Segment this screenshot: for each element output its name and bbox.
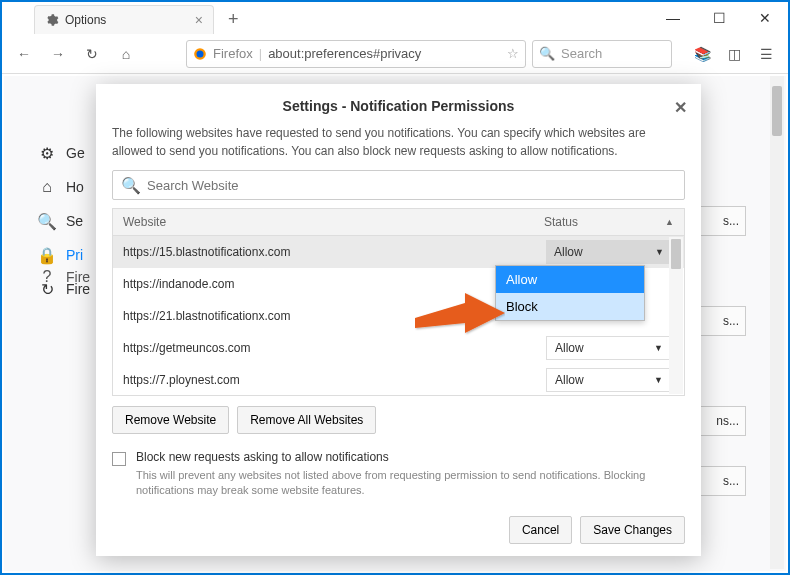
maximize-button[interactable]: ☐ — [696, 2, 742, 34]
home-icon: ⌂ — [38, 178, 56, 196]
nav-toolbar: ← → ↻ ⌂ Firefox | about:preferences#priv… — [2, 34, 788, 74]
background-buttons: s... s... ns... s... — [696, 206, 746, 496]
sidebar-item-label: Se — [66, 213, 83, 229]
caret-down-icon: ▼ — [654, 343, 663, 353]
block-help-text: This will prevent any websites not liste… — [136, 468, 656, 499]
new-tab-button[interactable]: + — [220, 5, 247, 34]
table-scrollbar[interactable] — [669, 237, 683, 394]
dialog-body: The following websites have requested to… — [96, 124, 701, 504]
table-row[interactable]: https://getmeuncos.com Allow▼ — [113, 332, 684, 364]
search-bar[interactable]: 🔍 Search — [532, 40, 672, 68]
remove-website-button[interactable]: Remove Website — [112, 406, 229, 434]
search-website-field[interactable]: 🔍 — [112, 170, 685, 200]
sidebar-item-label: Ho — [66, 179, 84, 195]
titlebar: Options × + — ☐ ✕ — [2, 2, 788, 34]
scrollbar-thumb[interactable] — [772, 86, 782, 136]
dialog-header: Settings - Notification Permissions ✕ — [96, 84, 701, 124]
library-button[interactable]: 📚 — [688, 40, 716, 68]
table-actions: Remove Website Remove All Websites — [112, 406, 685, 434]
gear-icon: ⚙ — [38, 144, 56, 162]
table-row[interactable]: https://15.blastnotificationx.com Allow▼ — [113, 236, 684, 268]
block-checkbox[interactable] — [112, 452, 126, 466]
block-checkbox-label: Block new requests asking to allow notif… — [136, 450, 656, 464]
sidebar-item-label: Ge — [66, 145, 85, 161]
tab-close-icon[interactable]: × — [195, 12, 203, 28]
website-cell: https://21.blastnotificationx.com — [113, 309, 534, 323]
bookmark-star-icon[interactable]: ☆ — [507, 46, 519, 61]
identity-label: Firefox — [213, 46, 253, 61]
menu-button[interactable]: ☰ — [752, 40, 780, 68]
sort-indicator-icon: ▲ — [665, 217, 674, 227]
dropdown-option-block[interactable]: Block — [496, 293, 644, 320]
sidebar-help-label: Fire — [66, 269, 90, 285]
table-body: https://15.blastnotificationx.com Allow▼… — [112, 236, 685, 396]
column-website[interactable]: Website — [113, 215, 534, 229]
help-icon: ? — [38, 268, 56, 286]
gear-icon — [45, 13, 59, 27]
sidebar-item-label: Pri — [66, 247, 83, 263]
sidebar-button[interactable]: ◫ — [720, 40, 748, 68]
svg-point-1 — [197, 50, 204, 57]
status-select[interactable]: Allow▼ — [546, 336, 672, 360]
minimize-button[interactable]: — — [650, 2, 696, 34]
table-row[interactable]: https://7.ploynest.com Allow▼ — [113, 364, 684, 396]
tab-strip: Options × + — [34, 2, 247, 34]
window-close-button[interactable]: ✕ — [742, 2, 788, 34]
ghost-button[interactable]: s... — [696, 466, 746, 496]
search-icon: 🔍 — [121, 176, 141, 195]
status-dropdown: Allow Block — [495, 265, 645, 321]
dialog-footer: Cancel Save Changes — [96, 504, 701, 556]
firefox-icon — [193, 47, 207, 61]
url-text: about:preferences#privacy — [268, 46, 421, 61]
url-bar[interactable]: Firefox | about:preferences#privacy ☆ — [186, 40, 526, 68]
reload-button[interactable]: ↻ — [78, 40, 106, 68]
save-changes-button[interactable]: Save Changes — [580, 516, 685, 544]
dropdown-option-allow[interactable]: Allow — [496, 266, 644, 293]
search-icon: 🔍 — [38, 212, 56, 230]
sidebar-help[interactable]: ? Fire — [38, 268, 90, 286]
forward-button[interactable]: → — [44, 40, 72, 68]
ghost-button[interactable]: s... — [696, 306, 746, 336]
column-status[interactable]: Status ▲ — [534, 215, 684, 229]
dialog-close-button[interactable]: ✕ — [670, 94, 691, 121]
table-header: Website Status ▲ — [112, 208, 685, 236]
browser-window: Options × + — ☐ ✕ ← → ↻ ⌂ Firefox | abou… — [0, 0, 790, 575]
dialog-description: The following websites have requested to… — [112, 124, 685, 160]
search-website-input[interactable] — [147, 178, 676, 193]
ghost-button[interactable]: ns... — [696, 406, 746, 436]
permissions-table: Website Status ▲ https://15.blastnotific… — [112, 208, 685, 396]
ghost-button[interactable]: s... — [696, 206, 746, 236]
lock-icon: 🔒 — [38, 246, 56, 264]
window-controls: — ☐ ✕ — [650, 2, 788, 34]
notification-permissions-dialog: Settings - Notification Permissions ✕ Th… — [96, 84, 701, 556]
tab-title: Options — [65, 13, 106, 27]
search-icon: 🔍 — [539, 46, 555, 61]
caret-down-icon: ▼ — [654, 375, 663, 385]
caret-down-icon: ▼ — [655, 247, 664, 257]
back-button[interactable]: ← — [10, 40, 38, 68]
block-new-requests-row: Block new requests asking to allow notif… — [112, 450, 685, 499]
dialog-title: Settings - Notification Permissions — [283, 98, 515, 114]
scrollbar-thumb[interactable] — [671, 239, 681, 269]
status-select[interactable]: Allow▼ — [546, 368, 672, 392]
search-placeholder: Search — [561, 46, 602, 61]
website-cell: https://indanode.com — [113, 277, 534, 291]
page-scrollbar[interactable] — [770, 76, 784, 569]
website-cell: https://15.blastnotificationx.com — [113, 245, 534, 259]
status-select[interactable]: Allow▼ — [546, 240, 672, 264]
remove-all-button[interactable]: Remove All Websites — [237, 406, 376, 434]
tab-options[interactable]: Options × — [34, 5, 214, 34]
website-cell: https://getmeuncos.com — [113, 341, 534, 355]
home-button[interactable]: ⌂ — [112, 40, 140, 68]
cancel-button[interactable]: Cancel — [509, 516, 572, 544]
website-cell: https://7.ploynest.com — [113, 373, 534, 387]
